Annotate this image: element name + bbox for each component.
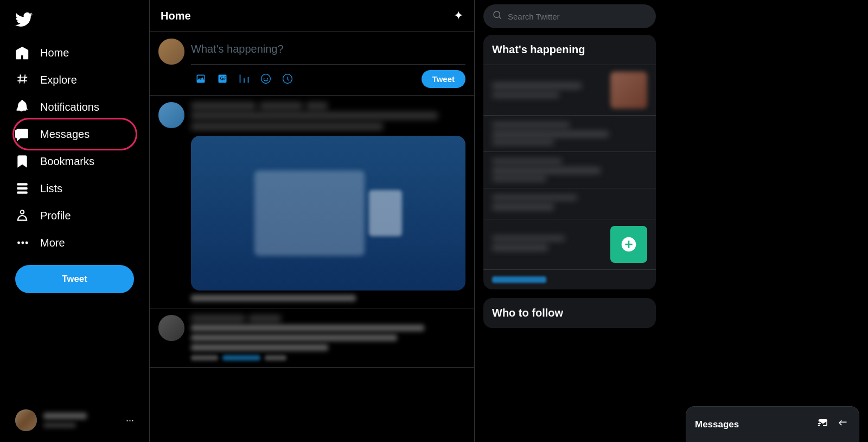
compose-area: What's happening?	[150, 32, 474, 96]
compose-schedule-btn[interactable]	[278, 69, 297, 89]
search-icon	[493, 10, 502, 22]
trending-item-4-content	[492, 195, 647, 212]
compose-poll-btn[interactable]	[234, 69, 254, 89]
nav-label-notifications: Notifications	[40, 101, 99, 113]
nav-label-messages: Messages	[40, 128, 90, 141]
tweet-content-2	[191, 315, 465, 361]
search-input[interactable]	[508, 12, 647, 21]
trending-item-1[interactable]	[483, 65, 656, 115]
nav-item-bookmarks[interactable]: Bookmarks	[7, 148, 143, 175]
search-container	[483, 0, 656, 35]
trending-item-5[interactable]	[483, 219, 656, 269]
home-icon	[15, 46, 29, 60]
twitter-bird-icon	[15, 11, 33, 28]
dots-menu-icon: ···	[126, 415, 134, 426]
collapse-messages-btn[interactable]	[835, 415, 850, 433]
feed-title: Home	[161, 10, 191, 22]
messages-bar-actions	[815, 415, 850, 433]
nav-label-lists: Lists	[40, 182, 62, 195]
tweet-content-1	[191, 102, 465, 301]
tweet-card-1	[150, 96, 474, 308]
trending-item-5-image	[610, 226, 647, 263]
nav-item-messages[interactable]: Messages	[7, 121, 143, 148]
explore-icon	[15, 73, 29, 87]
sparkle-icon[interactable]: ✦	[454, 9, 463, 23]
main-nav: Home Explore Notifications Messages	[7, 39, 143, 256]
profile-icon	[15, 209, 29, 223]
compose-image-btn[interactable]	[191, 69, 210, 89]
messages-icon	[15, 127, 29, 141]
who-to-follow-title: Who to follow	[483, 298, 656, 328]
trending-item-2-content	[492, 122, 647, 145]
trending-item-5-content	[492, 236, 604, 253]
compose-emoji-btn[interactable]	[256, 69, 276, 89]
trending-item-3-content	[492, 159, 647, 181]
nav-label-bookmarks: Bookmarks	[40, 155, 94, 168]
messages-bar-title: Messages	[695, 419, 739, 430]
trending-item-1-image	[610, 72, 647, 109]
whats-happening-widget: What's happening	[483, 35, 656, 289]
tweet-button[interactable]: Tweet	[15, 265, 134, 293]
tweet-avatar-2	[158, 315, 184, 341]
more-icon	[15, 236, 29, 250]
right-sidebar: What's happening	[475, 0, 665, 442]
trending-item-3[interactable]	[483, 151, 656, 188]
feed-header: Home ✦	[150, 0, 474, 32]
trending-item-4[interactable]	[483, 188, 656, 219]
tweet-header-1	[191, 102, 465, 110]
tweet-media-1[interactable]	[191, 136, 465, 291]
bookmarks-icon	[15, 154, 29, 168]
nav-item-notifications[interactable]: Notifications	[7, 93, 143, 121]
lists-icon	[15, 181, 29, 195]
user-info	[43, 413, 119, 428]
tweet-card-2	[150, 308, 474, 368]
trending-item-2[interactable]	[483, 115, 656, 151]
nav-item-more[interactable]: More	[7, 229, 143, 256]
compose-avatar	[158, 39, 184, 65]
tweet-header-2	[191, 315, 465, 323]
notifications-icon	[15, 100, 29, 114]
compose-gif-btn[interactable]	[213, 69, 232, 89]
show-more-wh[interactable]	[483, 270, 656, 289]
whats-happening-title: What's happening	[483, 35, 656, 65]
messages-bar: Messages	[686, 406, 859, 442]
profile-bottom-row[interactable]: ···	[7, 403, 143, 438]
wh-divider	[483, 269, 656, 289]
nav-item-profile[interactable]: Profile	[7, 202, 143, 229]
who-to-follow-widget: Who to follow	[483, 298, 656, 328]
nav-label-explore: Explore	[40, 74, 77, 86]
nav-item-explore[interactable]: Explore	[7, 66, 143, 93]
compose-placeholder[interactable]: What's happening?	[191, 39, 465, 60]
compose-toolbar: Tweet	[191, 64, 465, 89]
nav-item-lists[interactable]: Lists	[7, 175, 143, 202]
messages-bar-header[interactable]: Messages	[686, 407, 859, 442]
user-avatar	[15, 409, 37, 431]
nav-label-profile: Profile	[40, 210, 71, 222]
new-message-btn[interactable]	[815, 415, 831, 433]
search-bar[interactable]	[483, 4, 656, 28]
main-feed: Home ✦ What's happening?	[149, 0, 475, 442]
compose-right: What's happening?	[191, 39, 465, 89]
compose-actions	[191, 69, 297, 89]
nav-label-more: More	[40, 237, 65, 249]
nav-item-home[interactable]: Home	[7, 39, 143, 66]
trending-item-1-content	[492, 83, 604, 98]
nav-label-home: Home	[40, 47, 69, 59]
tweet-submit-button[interactable]: Tweet	[422, 70, 465, 88]
twitter-logo[interactable]	[7, 4, 143, 37]
left-sidebar: Home Explore Notifications Messages	[0, 0, 149, 442]
tweet-avatar-1	[158, 102, 184, 128]
